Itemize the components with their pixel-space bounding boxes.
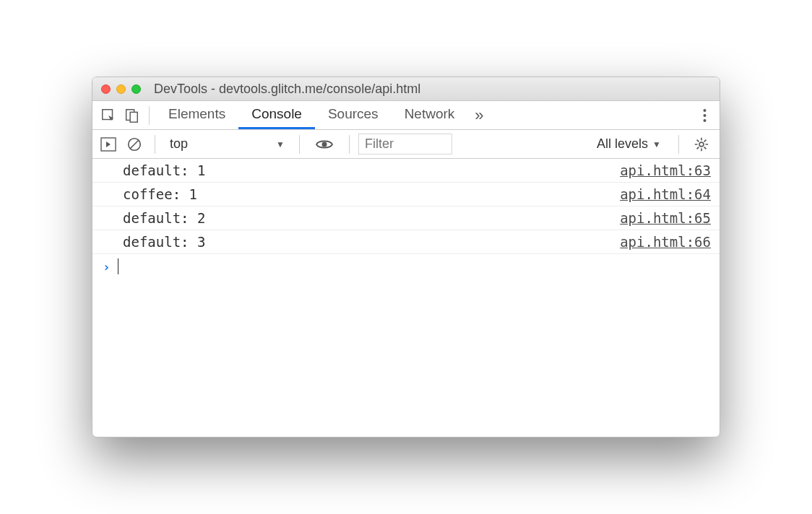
log-message: default: 2	[123, 210, 205, 226]
divider	[155, 135, 155, 154]
divider	[678, 135, 679, 154]
main-toolbar: Elements Console Sources Network »	[92, 101, 720, 130]
source-link[interactable]: api.html:64	[620, 186, 711, 202]
svg-point-9	[322, 141, 327, 147]
chevron-down-icon: ▼	[652, 139, 661, 149]
context-label: top	[170, 136, 188, 152]
log-levels-selector[interactable]: All levels ▼	[588, 136, 670, 152]
levels-label: All levels	[597, 136, 648, 152]
console-row: default: 1 api.html:63	[92, 159, 720, 183]
log-message: default: 1	[123, 162, 205, 178]
svg-rect-2	[130, 112, 137, 122]
divider	[149, 106, 150, 125]
svg-line-15	[697, 139, 699, 141]
devtools-window: DevTools - devtools.glitch.me/console/ap…	[92, 77, 720, 437]
source-link[interactable]: api.html:65	[620, 210, 711, 226]
console-toolbar: top ▼ All levels ▼	[92, 130, 720, 159]
svg-point-4	[703, 114, 706, 117]
toggle-sidebar-icon[interactable]	[97, 130, 120, 159]
console-row: default: 3 api.html:66	[92, 230, 720, 254]
console-settings-icon[interactable]	[688, 136, 715, 152]
panel-tabs: Elements Console Sources Network	[155, 101, 467, 129]
maximize-window-button[interactable]	[131, 84, 141, 94]
source-link[interactable]: api.html:63	[620, 162, 711, 178]
svg-point-10	[699, 142, 704, 147]
device-toggle-icon[interactable]	[120, 101, 143, 130]
divider	[349, 135, 350, 154]
close-window-button[interactable]	[101, 84, 111, 94]
chevron-down-icon: ▼	[276, 139, 285, 149]
window-title: DevTools - devtools.glitch.me/console/ap…	[154, 82, 420, 97]
svg-point-3	[703, 109, 706, 112]
svg-point-5	[703, 119, 706, 122]
log-message: coffee: 1	[123, 186, 197, 202]
svg-line-17	[697, 147, 699, 149]
inspect-element-icon[interactable]	[97, 101, 120, 130]
settings-menu-icon[interactable]	[694, 108, 715, 123]
svg-line-16	[704, 147, 707, 149]
tab-elements[interactable]: Elements	[155, 101, 238, 129]
source-link[interactable]: api.html:66	[620, 234, 711, 250]
tab-sources[interactable]: Sources	[315, 101, 392, 129]
divider	[299, 135, 300, 154]
minimize-window-button[interactable]	[116, 84, 126, 94]
tab-network[interactable]: Network	[392, 101, 468, 129]
window-controls	[101, 84, 141, 94]
svg-line-8	[131, 140, 139, 148]
filter-input[interactable]	[358, 134, 452, 154]
console-prompt[interactable]: ›	[92, 254, 720, 279]
console-output: default: 1 api.html:63 coffee: 1 api.htm…	[92, 159, 720, 437]
clear-console-icon[interactable]	[123, 130, 146, 159]
tab-console[interactable]: Console	[238, 101, 315, 129]
live-expression-icon[interactable]	[308, 139, 340, 150]
log-message: default: 3	[123, 234, 205, 250]
more-tabs-icon[interactable]: »	[467, 106, 488, 125]
context-selector[interactable]: top ▼	[164, 134, 290, 154]
console-row: coffee: 1 api.html:64	[92, 183, 720, 206]
prompt-chevron-icon: ›	[103, 259, 111, 274]
titlebar: DevTools - devtools.glitch.me/console/ap…	[92, 77, 720, 101]
text-cursor	[118, 258, 118, 274]
console-row: default: 2 api.html:65	[92, 206, 720, 230]
svg-line-18	[704, 139, 707, 141]
